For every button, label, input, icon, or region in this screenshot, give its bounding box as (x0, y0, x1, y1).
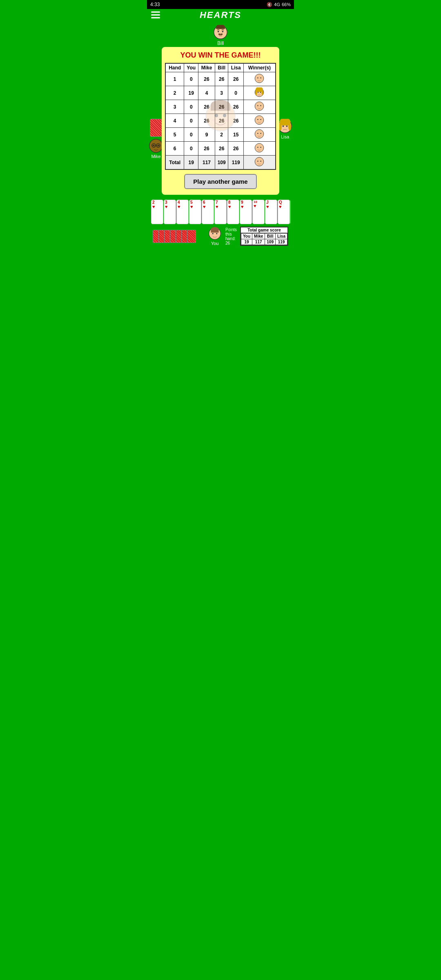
total-score-box: Total game score You Mike Bill Lisa 19 1… (240, 227, 288, 246)
svg-point-59 (211, 234, 213, 235)
battery: 66% (282, 2, 291, 7)
svg-point-58 (216, 233, 217, 234)
lisa-avatar: Lisa (278, 119, 292, 139)
table-row: 509215 (165, 128, 276, 142)
table-row: 219430 (165, 86, 276, 100)
card-jh[interactable]: J♥ (265, 200, 277, 224)
total-score-row: 19 117 109 119 (241, 239, 287, 245)
you-face-bottom-icon (208, 227, 221, 240)
player-hand: 2♥ 3♥ 4♥ 5♥ 6♥ 7♥ 8♥ 9♥ 10♥ J♥ Q♥ K♥ A♥ … (150, 199, 291, 225)
svg-point-43 (261, 147, 261, 148)
bill-label: Bill (217, 40, 224, 46)
svg-point-13 (153, 145, 155, 146)
svg-point-34 (261, 105, 261, 106)
card-2h[interactable]: 2♥ (151, 200, 163, 224)
bottom-bar: You Points this hand: 26 Total game scor… (149, 225, 292, 247)
table-row: 30262626 (165, 100, 276, 114)
svg-point-4 (222, 31, 224, 32)
svg-point-24 (261, 78, 261, 78)
play-another-game-button[interactable]: Play another game (184, 174, 256, 189)
win-panel: YOU WIN THE GAME!!! Hand You Mike Bill L… (162, 47, 279, 195)
lisa-face-icon (278, 119, 292, 134)
score-table: Hand You Mike Bill Lisa Winner(s) 102626… (165, 63, 276, 170)
you-avatar-bottom: You (208, 227, 221, 246)
svg-rect-56 (211, 229, 218, 232)
game-area: Bill Mike (147, 21, 294, 250)
svg-point-22 (255, 74, 264, 83)
svg-point-20 (283, 125, 284, 127)
status-icons: 🔇 4G 66% (267, 2, 291, 7)
mike-label: Mike (151, 154, 160, 159)
menu-button[interactable] (151, 11, 160, 18)
svg-point-45 (258, 161, 258, 162)
svg-point-30 (258, 92, 258, 93)
svg-point-44 (255, 157, 264, 166)
table-row-total: Total19117109119 (165, 156, 276, 170)
svg-point-21 (286, 125, 288, 127)
app-title: HEARTS (200, 10, 241, 20)
card-kh[interactable]: K♥ (290, 200, 291, 224)
col-mike: Mike (198, 63, 215, 72)
svg-point-32 (255, 102, 264, 111)
lisa-label: Lisa (281, 134, 289, 139)
card-8h[interactable]: 8♥ (227, 200, 239, 224)
svg-point-33 (258, 105, 258, 106)
svg-point-29 (262, 90, 264, 95)
signal-icon: 4G (274, 2, 280, 7)
cards-area: 2♥ 3♥ 4♥ 5♥ 6♥ 7♥ 8♥ 9♥ 10♥ J♥ Q♥ K♥ A♥ … (149, 198, 292, 225)
card-7h[interactable]: 7♥ (214, 200, 227, 224)
mike-face-icon (149, 138, 163, 153)
bill-face-icon (213, 25, 228, 40)
card-qh[interactable]: Q♥ (278, 200, 290, 224)
card-9h[interactable]: 9♥ (240, 200, 252, 224)
col-winner: Winner(s) (243, 63, 276, 72)
svg-point-46 (261, 161, 261, 162)
col-lisa: Lisa (228, 63, 244, 72)
svg-point-23 (258, 78, 258, 78)
svg-point-39 (258, 133, 258, 134)
card-10h[interactable]: 10♥ (252, 200, 265, 224)
win-message: YOU WIN THE GAME!!! (165, 51, 276, 60)
svg-point-5 (218, 33, 220, 35)
you-label-bottom: You (211, 241, 219, 246)
bill-avatar: Bill (213, 25, 228, 46)
svg-point-35 (255, 116, 264, 125)
svg-point-57 (212, 233, 214, 234)
svg-point-28 (255, 90, 257, 95)
svg-point-38 (255, 129, 264, 138)
table-row: 10262626 (165, 72, 276, 86)
card-5h[interactable]: 5♥ (189, 200, 201, 224)
mute-icon: 🔇 (267, 2, 272, 7)
svg-point-3 (218, 31, 219, 32)
svg-point-60 (217, 234, 219, 235)
card-4h[interactable]: 4♥ (176, 200, 189, 224)
card-back-stack (153, 230, 193, 243)
svg-point-6 (220, 33, 223, 35)
svg-point-31 (260, 92, 261, 93)
col-you: You (184, 63, 198, 72)
svg-point-19 (288, 123, 291, 131)
card-6h[interactable]: 6♥ (202, 200, 214, 224)
svg-point-14 (158, 145, 159, 146)
card-3h[interactable]: 3♥ (164, 200, 176, 224)
table-row: 60262626 (165, 142, 276, 156)
points-this-hand: Points this hand: 26 (225, 227, 237, 245)
time: 4:33 (150, 2, 160, 7)
svg-point-42 (258, 147, 258, 148)
svg-point-41 (255, 143, 264, 152)
status-bar: 4:33 🔇 4G 66% (147, 0, 294, 9)
header: HEARTS (147, 9, 294, 21)
total-score-title: Total game score (241, 227, 287, 233)
svg-rect-2 (216, 27, 225, 29)
svg-point-40 (261, 133, 261, 134)
svg-point-37 (261, 119, 261, 120)
svg-point-36 (258, 119, 258, 120)
col-hand: Hand (165, 63, 184, 72)
col-bill: Bill (215, 63, 228, 72)
total-score-table: You Mike Bill Lisa 19 117 109 119 (241, 233, 287, 245)
table-row: 40262626 (165, 114, 276, 128)
mike-avatar: Mike (149, 119, 163, 159)
